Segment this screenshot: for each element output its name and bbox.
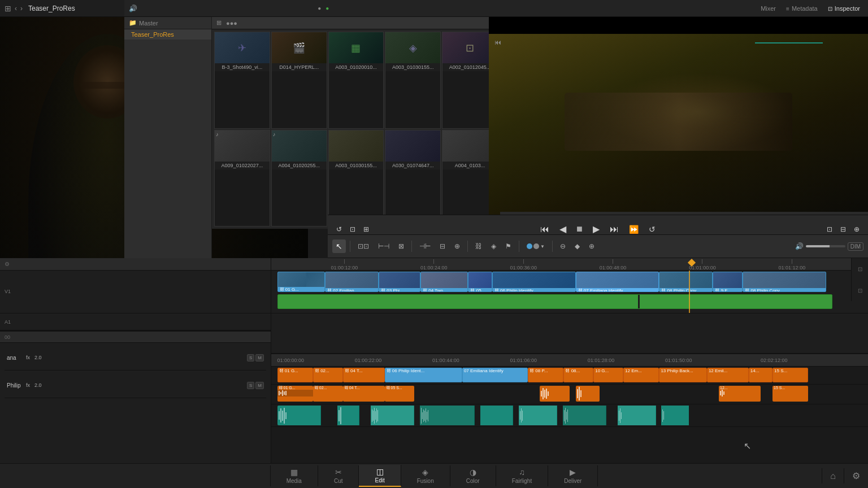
media-thumb-1[interactable]: 🎬 D014_HYPERL... <box>271 32 327 129</box>
volume-icon[interactable]: 🔊 <box>129 5 137 12</box>
some-button1[interactable]: ⊡ <box>347 224 358 235</box>
go-to-start-button[interactable]: ⏮ <box>537 223 552 236</box>
go-to-end-button[interactable]: ⏭ <box>607 223 622 236</box>
timeline-expand-v[interactable]: ⊡ <box>858 266 862 272</box>
ruler-mark-0: 01:00:12:00 <box>331 258 358 271</box>
media-thumb-5[interactable]: ♪ A009_01022027... <box>214 130 270 227</box>
timeline-expand-a[interactable]: ⊡ <box>858 287 862 294</box>
lower-audio-waveform2[interactable] <box>576 386 600 402</box>
lower-clip-12em[interactable]: 12 Em... <box>623 368 659 382</box>
clip-04two[interactable]: ⛓ 04 Two... <box>420 272 468 292</box>
lower-audio-12[interactable]: 12... <box>719 386 761 402</box>
color-selector[interactable]: ▼ <box>523 241 548 251</box>
settings-button[interactable]: ⚙ <box>844 468 868 483</box>
sidebar-item-teaser[interactable]: Teaser_ProRes <box>124 29 211 40</box>
lower-clip-08P[interactable]: ⛓ 08 P... <box>528 368 563 382</box>
clip-01G[interactable]: ⛓ 01 G... <box>277 272 325 292</box>
link-button[interactable]: ⛓ <box>472 240 485 252</box>
track-philip-s-btn[interactable]: S <box>247 382 254 389</box>
trim-tool[interactable]: ⊣⊢ <box>416 240 434 252</box>
nav-item-cut[interactable]: ✂ Cut <box>318 465 359 486</box>
nav-item-media[interactable]: ▦ Media <box>270 465 318 486</box>
select-tool[interactable]: ⊡⊡ <box>354 240 372 252</box>
master-folder-icon: 📁 <box>129 19 137 27</box>
lower-clip-15S[interactable]: 15 S... <box>772 368 808 382</box>
clip-03phi[interactable]: ⛓ 03 Phi... <box>379 272 420 292</box>
metadata-icon: ≡ <box>786 6 789 12</box>
window-maximize[interactable]: ● <box>326 5 329 11</box>
lower-clip-14[interactable]: 14... <box>749 368 772 382</box>
clip-02emilian[interactable]: ⛓ 02 Emilian... <box>325 272 379 292</box>
lower-clip-04T[interactable]: ⛓ 04 T... <box>343 368 385 382</box>
clip-07emiliana[interactable]: ⛓ 07 Emiliana Identify <box>576 272 659 292</box>
nav-item-color[interactable]: ◑ Color <box>450 465 496 486</box>
snap-button[interactable]: ◈ <box>488 240 500 252</box>
nav-item-fusion[interactable]: ◈ Fusion <box>401 465 450 486</box>
lower-clip-13philip[interactable]: 13 Philip Back... <box>659 368 706 382</box>
mixer-button[interactable]: Mixer <box>757 4 779 13</box>
warp-tool[interactable]: ⊕ <box>451 240 463 252</box>
nav-item-fairlight[interactable]: ♫ Fairlight <box>496 465 549 486</box>
lower-track-row1: ⛓ 01 G... ⛓ 02... ⛓ 04 T... ⛓ 06 Philip … <box>271 367 868 385</box>
crop-tool[interactable]: ⊟ <box>436 240 449 252</box>
zoom-out-button[interactable]: ⊖ <box>557 240 569 252</box>
loop-button[interactable]: ↺ <box>333 224 345 235</box>
lower-audio-15S[interactable]: 15 S... <box>772 386 808 402</box>
inspector-button[interactable]: ⊡ Inspector <box>824 4 863 13</box>
ruler-lower-1: 01:00:22:00 <box>355 358 382 363</box>
media-thumb-0[interactable]: ✈ B-3_Shot490_vi... <box>214 32 270 129</box>
track-ana-m-btn[interactable]: M <box>255 354 264 361</box>
flag-button[interactable]: ⚑ <box>502 240 515 252</box>
zoom-in-button[interactable]: ⊕ <box>585 240 598 252</box>
media-thumb-2[interactable]: ▦ A003_01020010... <box>328 32 384 129</box>
loop2-button[interactable]: ↺ <box>646 223 658 236</box>
lower-clip-02[interactable]: ⛓ 02... <box>313 368 343 382</box>
dynamic-trim[interactable]: ⊢⊣ <box>375 240 393 252</box>
clip-09e[interactable]: ⛓ 9 E... <box>713 272 743 292</box>
clip-05[interactable]: ⛓ 05 ... <box>468 272 492 292</box>
lower-audio-01G[interactable]: ⛓ 01 G... <box>277 386 313 402</box>
volume-slider[interactable] <box>806 245 845 247</box>
lower-clip-06philip[interactable]: ⛓ 06 Philip Ident... <box>385 368 462 382</box>
add-to-timeline[interactable]: ⊕ <box>851 224 862 235</box>
lower-audio-04T[interactable]: ⛓ 04 T... <box>343 386 385 402</box>
nav-item-deliver[interactable]: ▶ Deliver <box>548 465 598 486</box>
media-thumb-6[interactable]: ♪ A004_01020255... <box>271 130 327 227</box>
media-thumb-8[interactable]: A030_01074647... <box>385 130 441 227</box>
metadata-button[interactable]: ≡ Metadata <box>783 4 821 13</box>
track-ana-s-btn[interactable]: S <box>247 354 254 361</box>
lower-clip-12emil2[interactable]: 12 Emil... <box>707 368 749 382</box>
media-thumb-7[interactable]: A003_01030155... <box>328 130 384 227</box>
lower-clip-08b[interactable]: ⛓ 08... <box>563 368 593 382</box>
track-philip-m-btn[interactable]: M <box>255 382 264 389</box>
blade-tool[interactable]: ⊠ <box>395 240 407 252</box>
lower-clip-10G[interactable]: 10 G... <box>593 368 623 382</box>
thumb-label-8: A030_01074647... <box>385 162 440 169</box>
lower-clip-01G[interactable]: ⛓ 01 G... <box>277 368 313 382</box>
fullscreen-toggle[interactable]: ⊡ <box>824 224 835 235</box>
lower-audio-05[interactable]: ⛓ 05 S... <box>385 386 415 402</box>
clip-09-label: ⛓ 9 E... <box>713 288 742 292</box>
dim-button[interactable]: DIM <box>848 242 863 251</box>
keyframe-button[interactable]: ◆ <box>571 240 583 252</box>
timeline-ruler-lower: 01:00:00:00 01:00:22:00 01:00:44:00 01:0… <box>271 354 868 367</box>
media-thumb-3[interactable]: ◈ A003_01030155... <box>385 32 441 129</box>
home-button[interactable]: ⌂ <box>822 468 844 483</box>
lower-audio-02[interactable]: ⛓ 02... <box>313 386 343 402</box>
clip-08philip-conv2[interactable]: ⛓ 08 Philip Conv... <box>743 272 826 292</box>
nav-back[interactable]: ‹ <box>15 5 17 12</box>
clip-06philip[interactable]: ⛓ 06 Philip Identify <box>492 272 576 292</box>
nav-forward[interactable]: › <box>20 5 23 12</box>
preview-prev-frame[interactable]: ⏮ <box>494 37 501 47</box>
lower-audio-waveform1[interactable] <box>540 386 570 402</box>
clip-08philip-conv[interactable]: ⛓ 08 Philip Conv... <box>659 272 713 292</box>
track-label-v1: V1 <box>0 271 271 313</box>
nav-item-edit[interactable]: ◫ Edit <box>359 465 401 487</box>
playback-right-controls: ⊡ ⊟ ⊕ <box>824 224 862 235</box>
cursor-tool[interactable]: ↖ <box>332 239 346 253</box>
lower-clip-07emiliana[interactable]: 07 Emiliana Identify <box>462 368 528 382</box>
window-minimize[interactable]: ● <box>318 5 321 11</box>
fast-forward-button[interactable]: ⏩ <box>626 223 641 236</box>
pip-button[interactable]: ⊟ <box>837 224 849 235</box>
clip-mode-button[interactable]: ⊞ <box>361 224 372 235</box>
